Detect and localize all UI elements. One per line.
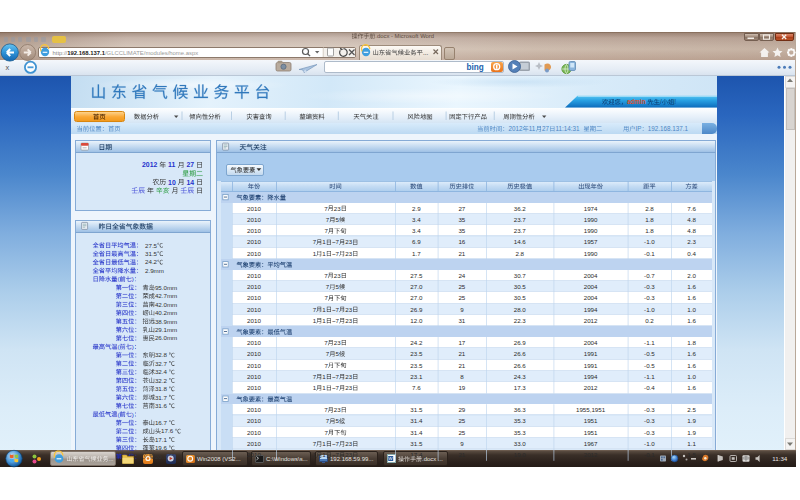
svg-text:7: 7 [324,294,328,301]
svg-text:29.1mm: 29.1mm [155,326,177,333]
svg-text:http://192.168.137.1/GLCCLIMAT: http://192.168.137.1/GLCCLIMATE/modules/… [53,50,199,56]
svg-text:1.7: 1.7 [412,250,421,257]
svg-text:1.6: 1.6 [687,294,696,301]
svg-text:2010: 2010 [247,317,261,324]
svg-text:7: 7 [324,406,328,413]
svg-text:1: 1 [313,384,317,391]
svg-text:2.3: 2.3 [687,238,696,245]
svg-text:2004: 2004 [584,294,598,301]
svg-text:27: 27 [458,205,465,212]
svg-text:1.9: 1.9 [687,417,696,424]
svg-text:23: 23 [334,406,341,413]
svg-text:9: 9 [460,306,464,313]
svg-text:38.9mm: 38.9mm [155,318,177,325]
svg-text:1994: 1994 [584,306,598,313]
svg-text:1967: 1967 [584,440,598,447]
svg-text:25: 25 [458,417,465,424]
svg-text:21: 21 [458,362,465,369]
svg-text:7: 7 [324,272,328,279]
svg-text:26.9: 26.9 [410,306,423,313]
svg-text:23: 23 [334,205,341,212]
svg-text:...: ... [423,49,428,56]
svg-text:1: 1 [322,440,326,447]
svg-text:-0.1: -0.1 [644,451,655,458]
svg-text:-0.4: -0.4 [644,384,655,391]
svg-text:14: 14 [187,179,195,186]
svg-text:1.8: 1.8 [645,227,654,234]
svg-text:1: 1 [322,451,326,458]
svg-text:2004: 2004 [584,283,598,290]
svg-text:2012: 2012 [509,125,524,132]
svg-text:(: ( [117,343,120,350]
svg-text:95.0mm: 95.0mm [155,284,177,291]
svg-text:10: 10 [168,179,176,186]
svg-text:~7: ~7 [332,440,340,447]
svg-text:2010: 2010 [247,272,261,279]
svg-text:2010: 2010 [247,384,261,391]
svg-text:7: 7 [326,417,330,424]
svg-text:-1.1: -1.1 [644,339,655,346]
svg-text:19.6: 19.6 [155,444,168,451]
svg-text:27.5: 27.5 [145,242,158,249]
svg-text:16.7: 16.7 [155,419,168,426]
svg-text:2.9mm: 2.9mm [145,267,164,274]
svg-text:35: 35 [458,216,465,223]
svg-text:11: 11 [168,161,175,168]
svg-text:27.0: 27.0 [410,283,423,290]
svg-text:3.4: 3.4 [412,227,421,234]
svg-text:30.7: 30.7 [514,272,527,279]
svg-text:24.2: 24.2 [410,339,423,346]
svg-text:-0.5: -0.5 [644,362,655,369]
svg-text:2010: 2010 [247,350,261,357]
svg-text:-1.0: -1.0 [644,440,655,447]
svg-text:3.4: 3.4 [412,216,421,223]
svg-text:23: 23 [345,373,352,380]
svg-text:30.5: 30.5 [514,283,527,290]
svg-text:2010: 2010 [247,294,261,301]
svg-text:-0.3: -0.3 [644,406,655,413]
svg-text:2010: 2010 [247,250,261,257]
svg-text:26.6: 26.6 [514,362,527,369]
svg-text:7: 7 [313,238,317,245]
svg-text:21: 21 [458,250,465,257]
svg-text:0.2: 0.2 [645,317,654,324]
svg-text:2012: 2012 [584,317,598,324]
svg-text:26.9: 26.9 [514,339,527,346]
svg-text:1951: 1951 [584,417,598,424]
svg-text:.docx ...: .docx ... [422,456,443,462]
svg-text:23: 23 [345,384,352,391]
svg-text:7: 7 [326,350,330,357]
svg-text:1.1: 1.1 [687,440,696,447]
svg-text:35.3: 35.3 [514,417,527,424]
svg-text:2004: 2004 [584,272,598,279]
svg-text:31.6: 31.6 [155,402,168,409]
svg-text:2012: 2012 [142,161,157,168]
svg-text:1.6: 1.6 [687,317,696,324]
svg-text:5: 5 [336,216,340,223]
svg-text:-0.3: -0.3 [644,429,655,436]
svg-text:~7: ~7 [332,317,340,324]
svg-text:11: 11 [529,125,536,132]
svg-text:23: 23 [345,317,352,324]
svg-text:11:34: 11:34 [772,455,788,462]
svg-text:2010: 2010 [247,216,261,223]
svg-text:1: 1 [322,306,326,313]
svg-text:/: / [660,98,662,105]
svg-text:x: x [6,63,10,72]
svg-text:19: 19 [458,384,465,391]
svg-text:1.6: 1.6 [687,350,696,357]
svg-text:2012: 2012 [584,451,598,458]
svg-text:~7: ~7 [332,238,340,245]
svg-text:(: ( [117,275,120,282]
svg-text:31.7: 31.7 [155,394,168,401]
svg-text:2.8: 2.8 [515,250,524,257]
svg-text:1: 1 [322,238,326,245]
svg-text:21: 21 [458,350,465,357]
svg-text:1.8: 1.8 [645,216,654,223]
svg-text:.docx - Microsoft Word: .docx - Microsoft Word [375,33,434,39]
svg-text:31.5: 31.5 [145,250,158,257]
svg-text:23: 23 [345,440,352,447]
svg-text:23.7: 23.7 [514,216,527,223]
svg-text:7: 7 [324,362,328,369]
svg-text:1990: 1990 [584,227,598,234]
